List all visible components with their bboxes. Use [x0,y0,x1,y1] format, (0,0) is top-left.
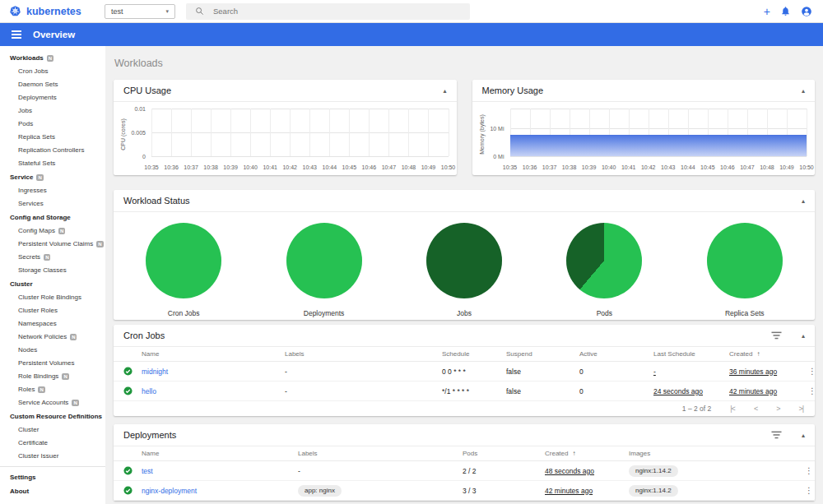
deployment-name-link[interactable]: test [142,467,298,475]
namespaced-badge: N [70,334,77,340]
sidebar-item[interactable]: Jobs N [0,104,105,118]
sidebar-item[interactable]: Stateful Sets N [0,157,105,170]
deployment-name-link[interactable]: nginx-deployment [142,487,298,495]
cron-job-active: 0 [579,368,653,376]
x-tick-label: 10:41 [621,164,636,170]
gridline [408,109,409,156]
sidebar-item[interactable]: Persistent Volume Claims N [0,238,105,251]
collapse-icon[interactable]: ▴ [802,87,805,95]
cron-job-labels: - [285,368,442,376]
label-chip: app: nginx [298,485,342,497]
cron-job-name-link[interactable]: midnight [142,368,285,376]
sidebar-item[interactable]: Settings N [0,470,105,484]
sidebar-item[interactable]: Certificate N [0,437,105,450]
notifications-bell-icon[interactable] [780,6,791,16]
namespaced-badge: N [72,400,78,406]
sidebar-item[interactable]: Config and Storage N [0,210,105,224]
sidebar-item[interactable]: Daemon Sets N [0,78,105,91]
x-tick-label: 10:39 [582,164,597,170]
next-page-icon[interactable]: > [776,405,779,413]
kubernetes-logo-icon [8,4,22,18]
sidebar-item[interactable]: Config Maps N [0,224,105,238]
sidebar-item[interactable]: Services N [0,197,105,210]
sidebar-item[interactable]: Persistent Volumes N [0,357,105,370]
search-bar[interactable] [186,3,470,20]
col-created-sort[interactable]: Created ↑ [729,350,805,358]
sidebar-item-label: Workloads [10,55,44,62]
gridline [309,109,310,156]
sidebar-item[interactable]: About N [0,484,105,498]
user-account-icon[interactable] [801,6,812,17]
sidebar-item[interactable]: Namespaces N [0,317,105,331]
cpu-chart-plot [151,109,449,156]
search-input[interactable] [213,7,461,16]
sidebar-item[interactable]: Deployments N [0,91,105,104]
sidebar-item[interactable]: Cluster N [0,277,105,291]
memory-x-ticks: 10:3510:3610:3710:3810:3910:4010:4110:42… [510,164,807,170]
sidebar-item-label: Services [18,201,44,207]
y-tick-label: 10 Mi [490,126,504,132]
sidebar-nav: Workloads N Cron Jobs N Daemon Sets N De… [0,46,105,504]
row-menu-kebab-icon[interactable]: ⋮ [805,367,820,376]
sidebar-item[interactable]: Workloads N [0,51,105,65]
sidebar-item[interactable]: Custom Resource Definitions N [0,409,105,423]
memory-card-title: Memory Usage [482,86,544,95]
deployments-title: Deployments [123,430,176,440]
cron-jobs-card: Cron Jobs ▴ Name Labels Schedule Suspend… [114,325,815,416]
collapse-icon[interactable]: ▴ [443,87,446,95]
collapse-icon[interactable]: ▴ [802,332,805,340]
sidebar-item[interactable]: Nodes N [0,344,105,357]
x-tick-label: 10:38 [203,164,218,170]
col-last-schedule: Last Schedule [653,350,729,358]
filter-icon[interactable] [771,431,782,439]
sidebar-item[interactable]: Cluster N [0,423,105,437]
status-success-icon [123,386,133,395]
sidebar-item-label: Stateful Sets [18,160,55,167]
sidebar-item[interactable]: Service N [0,170,105,184]
col-created-sort[interactable]: Created ↑ [545,450,629,457]
sidebar-item[interactable]: Cluster Roles N [0,304,105,317]
cron-job-labels: - [285,387,442,395]
sidebar-item[interactable]: Cron Jobs N [0,65,105,78]
sidebar-item[interactable]: Ingresses N [0,184,105,197]
sidebar-item[interactable]: Secrets N [0,251,105,264]
row-menu-kebab-icon[interactable]: ⋮ [805,386,820,395]
namespace-selector[interactable]: test ▾ [105,4,175,19]
x-tick-label: 10:50 [441,164,456,170]
sidebar-item[interactable]: Storage Classes N [0,264,105,277]
sidebar-item[interactable]: Role Bindings N [0,370,105,383]
sidebar-item[interactable]: Roles N [0,383,105,396]
filter-icon[interactable] [771,331,782,340]
row-menu-kebab-icon[interactable]: ⋮ [802,486,816,495]
sidebar-item-label: Network Policies [18,334,67,340]
sidebar-item[interactable]: Service Accounts N [0,396,105,409]
x-tick-label: 10:44 [681,164,695,170]
namespaced-badge: N [96,241,103,247]
x-tick-label: 10:40 [243,164,258,170]
collapse-icon[interactable]: ▴ [802,197,805,205]
previous-page-icon[interactable]: < [754,405,757,413]
sidebar-item-label: Persistent Volumes [18,360,74,367]
chart-area-series [510,135,807,156]
x-tick-label: 10:37 [542,164,557,170]
cron-job-name-link[interactable]: hello [142,387,285,395]
sidebar-item-label: Service Accounts [18,400,68,406]
sidebar-item[interactable]: Cluster Role Bindings N [0,291,105,304]
x-tick-label: 10:35 [144,164,159,170]
sidebar-item-label: Cluster Issuer [18,453,58,460]
x-tick-label: 10:48 [760,164,774,170]
sidebar-item[interactable]: Replica Sets N [0,131,105,144]
kubernetes-logo[interactable]: kubernetes [0,4,105,18]
menu-hamburger-icon[interactable] [8,27,25,42]
last-page-icon[interactable]: >| [798,405,803,413]
sidebar-item[interactable]: Cluster Issuer N [0,450,105,463]
sidebar-item[interactable]: Replication Controllers N [0,144,105,157]
collapse-icon[interactable]: ▴ [802,432,805,439]
row-menu-kebab-icon[interactable]: ⋮ [802,466,816,475]
sidebar-item[interactable]: Network Policies N [0,331,105,344]
sidebar-item[interactable]: Pods N [0,118,105,131]
first-page-icon[interactable]: |< [730,405,735,413]
gridline [388,109,389,156]
x-tick-label: 10:50 [799,164,814,170]
create-resource-button[interactable]: + [764,6,770,17]
